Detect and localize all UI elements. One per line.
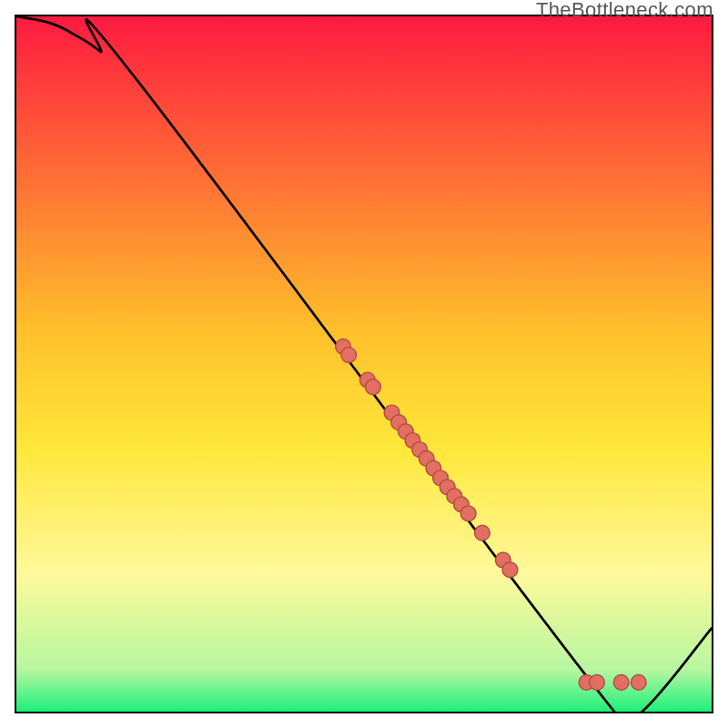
chart-container: TheBottleneck.com	[0, 0, 728, 728]
data-point	[613, 675, 629, 691]
data-points-group	[336, 339, 647, 690]
data-point	[460, 506, 476, 521]
data-point	[590, 675, 605, 691]
curve-layer	[16, 16, 712, 712]
data-point	[366, 379, 381, 395]
watermark-text: TheBottleneck.com	[536, 0, 713, 22]
bottleneck-curve	[16, 16, 712, 712]
data-point	[474, 525, 490, 541]
data-point	[631, 675, 646, 691]
plot-area	[15, 15, 713, 713]
data-point	[341, 348, 357, 363]
data-point	[502, 562, 518, 578]
